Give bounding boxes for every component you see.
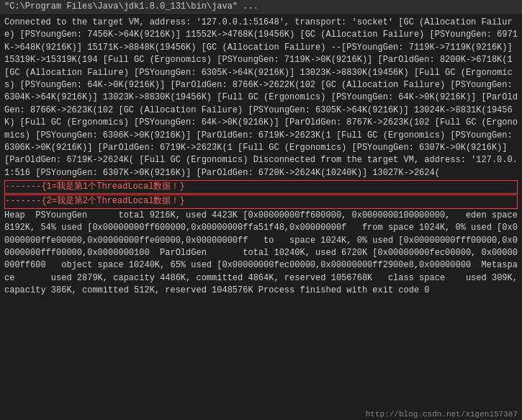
title-bar: "C:\Program Files\Java\jdk1.8.0_131\bin\… [0,0,522,14]
watermark: http://blog.csdn.net/x1gen157387 [0,408,522,420]
console-line: [PSYoungGen: 6307K->0K(9216K)] [ParOldGe… [35,168,440,178]
console-line: object space 10240K, 65% used [0x0000000… [51,260,471,270]
console-line: Connected to the target VM, address: '12… [4,17,393,27]
console-line: PSYoungGen total 9216K, used 4423K [0x00… [30,210,450,220]
console-line: Heap [4,210,25,220]
console-line: -------{1=我是第1个ThreadLocal数据！} [4,180,518,194]
console-line: -------{2=我是第2个ThreadLocal数据！} [4,195,518,208]
console-line: [GC (Allocation Failure) [PSYoungGen: 63… [4,68,409,78]
console-line: Process finished with exit code 0 [258,285,430,295]
console-output[interactable]: Connected to the target VM, address: '12… [0,14,522,408]
console-line: [Full GC (Ergonomics) [PSYoungGen: 7119K… [103,55,513,65]
console-window: "C:\Program Files\Java\jdk1.8.0_131\bin\… [0,0,522,420]
console-line: [Full GC (Ergonomics) [PSYoungGen: 64K->… [20,117,430,128]
